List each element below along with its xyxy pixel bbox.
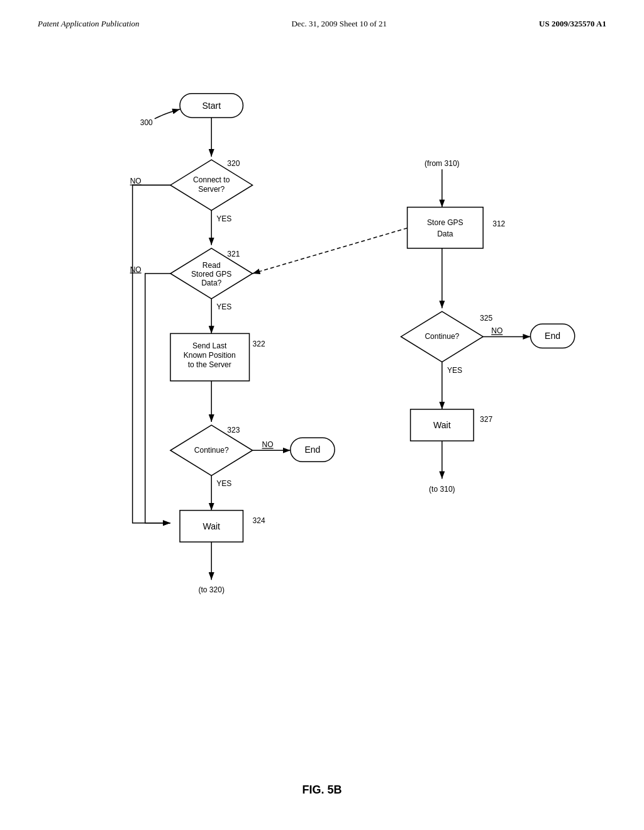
svg-text:Continue?: Continue? [194,446,229,455]
svg-text:NO: NO [130,265,142,274]
svg-text:Stored GPS: Stored GPS [191,270,231,279]
flowchart-svg: Start 300 320 Connect to Server? YES NO … [38,54,606,777]
svg-text:Connect to: Connect to [193,175,230,184]
svg-text:Server?: Server? [198,185,225,194]
svg-text:Start: Start [202,101,221,111]
svg-rect-43 [408,208,484,248]
svg-text:321: 321 [227,250,240,258]
page: Patent Application Publication Dec. 31, … [0,0,644,830]
svg-text:NO: NO [491,326,502,335]
diagram-area: Start 300 320 Connect to Server? YES NO … [38,54,606,777]
svg-text:(to 310): (to 310) [429,485,455,494]
svg-text:324: 324 [253,516,265,525]
svg-text:Store GPS: Store GPS [427,218,464,227]
svg-text:YES: YES [216,302,231,311]
svg-text:300: 300 [140,118,153,127]
svg-text:End: End [545,331,560,341]
header-right: US 2009/325570 A1 [539,19,606,29]
svg-text:Send Last: Send Last [192,341,227,350]
header-center: Dec. 31, 2009 Sheet 10 of 21 [291,19,387,29]
svg-text:323: 323 [227,426,240,434]
svg-text:End: End [304,445,320,455]
svg-text:325: 325 [480,314,492,323]
page-header: Patent Application Publication Dec. 31, … [38,19,606,29]
svg-text:YES: YES [216,479,231,488]
svg-text:Continue?: Continue? [425,332,459,341]
svg-text:(to 320): (to 320) [198,585,225,594]
svg-text:(from 310): (from 310) [425,159,460,168]
svg-text:312: 312 [492,219,505,228]
svg-text:320: 320 [227,159,240,168]
svg-text:Data?: Data? [201,279,221,287]
svg-text:Known Position: Known Position [184,351,236,360]
svg-text:322: 322 [253,340,265,348]
svg-text:327: 327 [480,415,492,424]
header-left: Patent Application Publication [38,19,140,29]
svg-text:to the Server: to the Server [188,360,231,369]
svg-text:Read: Read [203,261,221,270]
svg-text:YES: YES [216,214,231,223]
svg-line-46 [253,228,408,274]
svg-text:NO: NO [262,440,274,449]
svg-text:Wait: Wait [203,521,220,531]
svg-text:Wait: Wait [433,420,451,430]
fig-label: FIG. 5B [38,783,606,797]
svg-text:YES: YES [447,366,462,375]
svg-text:Data: Data [437,230,453,238]
svg-text:NO: NO [130,177,142,185]
